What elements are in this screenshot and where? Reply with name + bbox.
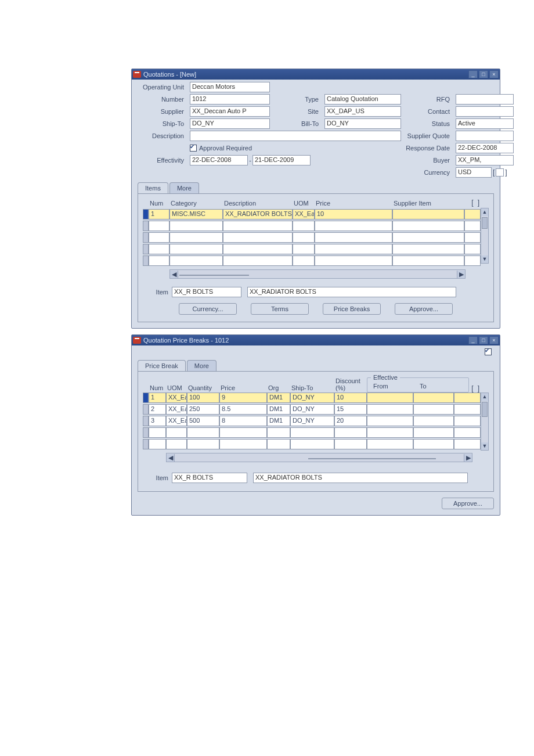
cell-ship_to[interactable]: DO_NY [290, 404, 334, 415]
tab-items[interactable]: Items [138, 182, 168, 193]
scroll-up-icon[interactable]: ▲ [481, 208, 488, 216]
items-vscroll[interactable]: ▲ ▼ [481, 208, 489, 264]
cell-price[interactable] [315, 255, 392, 266]
fld-eff-from[interactable]: 22-DEC-2008 [190, 155, 248, 165]
tab-pb-more[interactable]: More [187, 360, 217, 371]
cell-category[interactable]: MISC.MISC [169, 209, 223, 219]
cell-category[interactable] [169, 232, 223, 243]
cell-price[interactable]: 8 [219, 416, 267, 426]
cell-price[interactable] [315, 244, 392, 254]
cell-flex[interactable] [464, 221, 481, 231]
cell-to[interactable] [413, 427, 454, 438]
row-marker[interactable] [143, 427, 149, 438]
tab-price-break[interactable]: Price Break [138, 360, 186, 371]
cell-ship_to[interactable] [290, 439, 334, 449]
close-button[interactable]: × [489, 336, 499, 344]
cell-num[interactable]: 1 [149, 209, 169, 219]
scroll-down-icon[interactable]: ▼ [481, 255, 488, 263]
cell-price[interactable] [315, 232, 392, 243]
scroll-right-icon[interactable]: ▶ [464, 454, 472, 462]
fld-site[interactable]: XX_DAP_US [324, 106, 401, 117]
scroll-left-icon[interactable]: ◀ [170, 271, 178, 278]
fld-operating-unit[interactable]: Deccan Motors [190, 82, 270, 92]
cell-quantity[interactable] [187, 427, 219, 438]
price-breaks-titlebar[interactable]: Quotation Price Breaks - 1012 _ □ × [132, 335, 500, 345]
fld-supplier[interactable]: XX_Deccan Auto P [190, 106, 270, 117]
fld-bill-to[interactable]: DO_NY [324, 118, 401, 129]
cell-supplier_item[interactable] [392, 221, 464, 231]
fld-response-date[interactable]: 22-DEC-2008 [456, 143, 514, 153]
scroll-up-icon[interactable]: ▲ [481, 393, 488, 401]
cell-from[interactable] [367, 427, 413, 438]
currency-flex-icon[interactable] [496, 168, 504, 177]
table-row[interactable]: 1MISC.MISCXX_RADIATOR BOLTSXX_Ea10 [143, 209, 481, 219]
scroll-down-icon[interactable]: ▼ [481, 442, 488, 450]
cell-uom[interactable] [293, 232, 315, 243]
cell-org[interactable]: DM1 [267, 416, 290, 426]
btn-approve[interactable]: Approve... [395, 303, 453, 315]
cell-uom[interactable]: XX_Ea [166, 393, 187, 403]
table-row[interactable] [143, 244, 481, 254]
cell-uom[interactable] [293, 255, 315, 266]
cell-from[interactable] [367, 393, 413, 403]
row-marker[interactable] [143, 232, 149, 243]
cell-price[interactable]: 8.5 [219, 404, 267, 415]
row-marker[interactable] [143, 255, 149, 266]
cell-org[interactable] [267, 439, 290, 449]
cell-quantity[interactable]: 250 [187, 404, 219, 415]
fld-ship-to[interactable]: DO_NY [190, 118, 270, 129]
row-marker[interactable] [143, 439, 149, 449]
cell-num[interactable] [149, 427, 166, 438]
table-row[interactable] [143, 221, 481, 231]
scroll-right-icon[interactable]: ▶ [457, 271, 465, 278]
fld-eff-to[interactable]: 21-DEC-2009 [252, 155, 311, 165]
cell-description[interactable] [223, 232, 293, 243]
cell-org[interactable]: DM1 [267, 404, 290, 415]
row-marker[interactable] [143, 244, 149, 254]
fld-status[interactable]: Active [456, 118, 514, 129]
fld-pb-item-desc[interactable]: XX_RADIATOR BOLTS [253, 473, 468, 483]
cell-from[interactable] [367, 439, 413, 449]
close-button[interactable]: × [489, 70, 499, 78]
cell-description[interactable] [223, 221, 293, 231]
fld-rfq[interactable] [456, 94, 514, 105]
minimize-button[interactable]: _ [468, 70, 478, 78]
cell-quantity[interactable]: 100 [187, 393, 219, 403]
cell-to[interactable] [413, 439, 454, 449]
row-marker[interactable] [143, 221, 149, 231]
row-marker[interactable] [143, 404, 149, 415]
cell-to[interactable] [413, 393, 454, 403]
cell-num[interactable] [149, 232, 169, 243]
table-row[interactable]: 1XX_Ea1009DM1DO_NY10 [143, 393, 481, 403]
table-row[interactable] [143, 439, 481, 449]
cell-category[interactable] [169, 221, 223, 231]
cell-description[interactable]: XX_RADIATOR BOLTS [223, 209, 293, 219]
cell-discount[interactable] [334, 439, 367, 449]
cell-quantity[interactable] [187, 439, 219, 449]
cell-num[interactable]: 3 [149, 416, 166, 426]
chk-approval-required[interactable] [190, 145, 197, 152]
cell-price[interactable] [315, 221, 392, 231]
items-hscroll[interactable]: ◀ ▶ [169, 269, 466, 279]
cell-org[interactable]: DM1 [267, 393, 290, 403]
cell-uom[interactable]: XX_Ea [166, 416, 187, 426]
cell-num[interactable] [149, 221, 169, 231]
fld-contact[interactable] [456, 106, 514, 117]
cell-flex[interactable] [454, 393, 481, 403]
chk-show[interactable] [485, 348, 492, 355]
fld-pb-item-code[interactable]: XX_R BOLTS [172, 473, 247, 483]
cell-num[interactable] [149, 439, 166, 449]
maximize-button[interactable]: □ [479, 336, 488, 344]
cell-flex[interactable] [464, 232, 481, 243]
cell-num[interactable]: 1 [149, 393, 166, 403]
minimize-button[interactable]: _ [468, 336, 478, 344]
scroll-left-icon[interactable]: ◀ [167, 454, 175, 462]
cell-num[interactable]: 2 [149, 404, 166, 415]
row-marker[interactable] [143, 416, 149, 426]
cell-flex[interactable] [454, 416, 481, 426]
cell-flex[interactable] [464, 255, 481, 266]
cell-uom[interactable] [293, 244, 315, 254]
fld-buyer[interactable]: XX_PM, [456, 155, 514, 165]
cell-ship_to[interactable]: DO_NY [290, 393, 334, 403]
table-row[interactable]: 2XX_Ea2508.5DM1DO_NY15 [143, 404, 481, 415]
